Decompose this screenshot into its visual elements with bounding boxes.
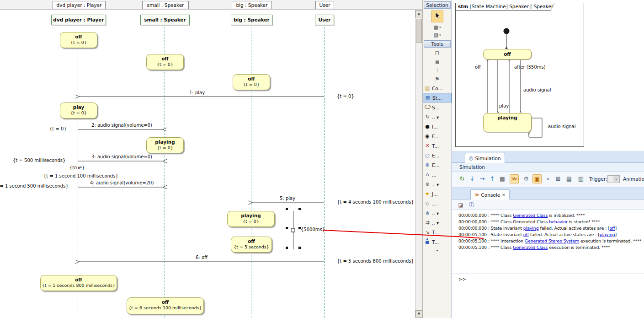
state-invariant[interactable]: off{t = 0}: [146, 54, 184, 70]
message-label[interactable]: 5: play: [280, 196, 295, 201]
state-invariant[interactable]: off{t = 6 seconds 100 milliseconds}: [127, 297, 204, 314]
trigger-label: Trigger:: [589, 176, 607, 182]
guard-constraint: {true}: [69, 165, 85, 170]
palette-item-terminate[interactable]: ✕T...: [423, 141, 452, 151]
application-window: dvd player : Player small : Speaker big …: [0, 0, 644, 318]
console-line: 00:00:00,000 : State invariant playing f…: [458, 225, 644, 232]
palette-scroll-more[interactable]: ▾: [423, 247, 452, 254]
lock-button[interactable]: ⊠: [554, 174, 563, 183]
oval-icon: [424, 104, 431, 110]
step-into-button[interactable]: ↓: [468, 174, 477, 183]
palette-item-junction[interactable]: ★J...: [423, 189, 452, 199]
message-label[interactable]: 4: audio signal(volume=20): [90, 180, 154, 185]
console-link[interactable]: Generated Stereo System: [525, 238, 579, 243]
console-toggle-button[interactable]: ≫: [510, 174, 519, 183]
actor-icon: [424, 238, 431, 245]
console-link[interactable]: playing: [600, 232, 615, 237]
resume-button[interactable]: ↻: [458, 174, 467, 183]
state-invariant[interactable]: off{t = 5 seconds}: [231, 237, 272, 253]
transition-label-after: after (550ms): [514, 65, 546, 70]
palette-tool-flag[interactable]: ⚑: [423, 75, 452, 83]
palette-header-selection[interactable]: Selection: [424, 1, 451, 9]
palette-item-exit-point[interactable]: ⊗E...: [423, 160, 452, 170]
palette-tool-comb[interactable]: ≣: [423, 57, 452, 66]
grid-icon: ▨: [434, 32, 438, 38]
clear-console-button[interactable]: ◪: [457, 201, 465, 209]
palette-item-state[interactable]: S...: [423, 102, 452, 112]
export-image-button[interactable]: ▤: [564, 174, 574, 183]
state-invariant-selected[interactable]: playing{t = 0}: [227, 211, 275, 227]
duration-constraint-label[interactable]: {5000ms}: [301, 227, 325, 232]
scroll-down-button[interactable]: ▼: [415, 310, 422, 318]
palette-item-entry-point[interactable]: ○E...: [423, 151, 452, 160]
lifeline-head-dvd-player[interactable]: dvd player : Player: [51, 15, 106, 25]
palette-item-region[interactable]: ⊛.. ▾: [423, 179, 452, 189]
comb-icon: ≣: [435, 59, 439, 65]
tab-simulation[interactable]: ◎ Simulation: [465, 153, 505, 163]
lifeline-head-user[interactable]: User: [315, 15, 334, 25]
state-invariant[interactable]: off{t = 0}: [60, 32, 97, 48]
simulation-section-header: Simulation: [452, 163, 644, 172]
palette-item-choice[interactable]: ◇...: [423, 199, 452, 208]
console-link[interactable]: behavior: [549, 219, 568, 224]
state-invariant[interactable]: play{t = 0}: [60, 102, 97, 119]
palette-item-fork[interactable]: ⋔.. ▾: [423, 208, 452, 218]
scrollbar-thumb[interactable]: [416, 19, 422, 43]
console-link[interactable]: off: [523, 232, 529, 237]
trigger-dropdown[interactable]: ▾: [607, 175, 620, 183]
state-invariant[interactable]: off{t = 5 seconds 800 milliseconds}: [40, 275, 117, 291]
console-link[interactable]: Generated Class: [513, 245, 548, 250]
sequence-diagram-pane[interactable]: dvd player : Player small : Speaker big …: [0, 0, 423, 318]
message-label[interactable]: 2: audio signal(volume=0): [91, 123, 152, 128]
console-line-highlighted: 00:00:05,100 : State invariant off faile…: [458, 232, 644, 238]
palette-header-tools[interactable]: Tools: [424, 40, 451, 48]
stm-state-playing[interactable]: playing: [483, 113, 532, 132]
tab-console[interactable]: ≫ Console ✕: [470, 189, 510, 199]
console-link[interactable]: Generated Class: [513, 213, 548, 218]
palette-tool-anchor[interactable]: ⊥: [423, 66, 452, 75]
palette-item-transition[interactable]: ↘T...: [423, 227, 452, 237]
terminate-icon: ✕: [424, 143, 431, 149]
database-button[interactable]: ▥: [576, 174, 585, 183]
state-invariant[interactable]: playing{t = 0}: [146, 137, 184, 153]
terminate-button[interactable]: ■: [498, 174, 507, 183]
console-input[interactable]: >>: [452, 274, 644, 318]
palette-item-final[interactable]: ◉F...: [423, 131, 452, 141]
palette-tool-magnet[interactable]: ⊓: [423, 49, 452, 57]
time-constraint: {t = 5 seconds 800 milliseconds}: [337, 259, 414, 264]
info-button[interactable]: ⓘ: [468, 201, 476, 209]
transition-label-play: play: [499, 103, 509, 108]
palette-item-frame[interactable]: ⌂...: [423, 170, 452, 179]
options-button[interactable]: ⚙: [522, 174, 531, 183]
state-machine-diagram-pane[interactable]: stm [State Machine] Speaker [ Speaker ] …: [452, 0, 644, 151]
console-link[interactable]: playing: [523, 226, 539, 231]
initial-state-node[interactable]: [504, 28, 510, 34]
palette-item-state-invariant[interactable]: ▦St...: [423, 93, 452, 102]
final-node-icon: ◉: [424, 133, 431, 139]
palette-item-loop[interactable]: ↻.. ▾: [423, 112, 452, 122]
console-link[interactable]: off: [609, 226, 615, 231]
console-output[interactable]: 00:00:00,000 : **** Class Generated Clas…: [452, 210, 644, 274]
palette-item-bars[interactable]: ⇉.. ▾: [423, 218, 452, 227]
palette-item-actor[interactable]: T...: [423, 237, 452, 247]
simulation-toolbar: ↻ ↓ → ↑ ■ ≫ ⚙ ▣ ∘ ⊠ ▤ ▥ Trigger: ▾ Anima…: [452, 172, 644, 188]
palette-item-initial[interactable]: ●I...: [423, 122, 452, 131]
step-out-button[interactable]: ↑: [488, 174, 497, 183]
message-label[interactable]: 1: play: [189, 90, 205, 95]
palette-item-common[interactable]: ▤Co...: [423, 83, 452, 93]
vertical-scrollbar[interactable]: ▲ ▼: [415, 10, 423, 318]
message-label[interactable]: 6: off: [196, 255, 208, 260]
close-icon[interactable]: ✕: [502, 193, 506, 197]
lifeline-head-big-speaker[interactable]: big : Speaker: [231, 15, 272, 25]
message-label[interactable]: 3: audio signal(volume=0): [91, 154, 152, 159]
palette-group-tool-1[interactable]: ▦▾: [423, 23, 452, 31]
state-invariant[interactable]: off{t = 0}: [233, 74, 270, 90]
scroll-up-button[interactable]: ▲: [415, 10, 422, 17]
step-over-button[interactable]: →: [478, 174, 487, 183]
lifeline-head-small-speaker[interactable]: small : Speaker: [140, 15, 190, 25]
animation-speed-button[interactable]: ∘: [543, 174, 553, 183]
stm-state-off[interactable]: off: [483, 49, 532, 59]
selection-cursor-tool[interactable]: [431, 11, 443, 22]
breakpoints-button[interactable]: ▣: [532, 174, 542, 183]
palette-group-tool-2[interactable]: ▨▾: [423, 31, 452, 39]
